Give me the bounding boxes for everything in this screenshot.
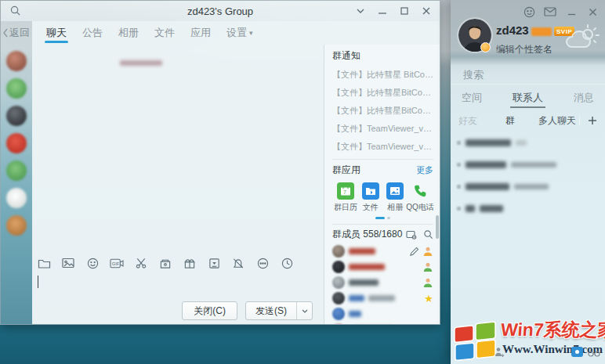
app-files[interactable]: 文件	[359, 182, 382, 213]
tab-qzone[interactable]: 空间	[462, 88, 482, 108]
red-packet-button[interactable]	[158, 256, 172, 270]
tab-messages[interactable]: 消息	[574, 88, 594, 108]
app-qq-call[interactable]: QQ电话	[408, 182, 432, 213]
tab-files[interactable]: 文件	[152, 21, 177, 45]
collapse-mark	[457, 141, 461, 145]
apps-more-link[interactable]: 更多	[416, 164, 433, 176]
member-row[interactable]	[332, 306, 433, 322]
close-button[interactable]	[418, 3, 435, 19]
gift-button[interactable]	[183, 256, 197, 270]
message-input[interactable]	[32, 272, 324, 297]
subtab-groups[interactable]: 群	[505, 114, 515, 128]
members-count: 558/1680	[363, 229, 402, 240]
group-list-item[interactable]	[451, 132, 605, 153]
rollup-button[interactable]	[352, 3, 369, 19]
page-dot	[387, 217, 390, 219]
bell-slash-icon	[232, 258, 245, 269]
group-name-blur	[466, 183, 509, 190]
admin-badge-icon	[422, 261, 433, 272]
text-caret	[38, 276, 38, 288]
signature-edit[interactable]: 编辑个性签名	[496, 43, 552, 56]
member-search-icon[interactable]	[423, 229, 433, 240]
tab-announcement[interactable]: 公告	[80, 21, 105, 45]
more-button[interactable]	[255, 256, 270, 270]
no-disturb-button[interactable]	[231, 256, 245, 270]
send-options-button[interactable]	[296, 302, 312, 319]
back-label: 返回	[9, 26, 30, 40]
close-chat-button[interactable]: 关闭(C)	[182, 301, 237, 320]
close-button[interactable]	[586, 5, 599, 18]
app-calendar[interactable]: 7 群日历	[334, 182, 357, 213]
subtab-multichat[interactable]: 多人聊天	[538, 114, 576, 128]
send-button[interactable]: 发送(S)	[246, 302, 296, 319]
add-button[interactable]	[579, 116, 597, 125]
file-button[interactable]	[37, 256, 51, 270]
message-area	[32, 45, 324, 254]
group-avatar[interactable]	[6, 133, 27, 153]
emoji-button[interactable]	[85, 256, 100, 270]
minimize-button[interactable]	[374, 3, 391, 19]
subtab-friends[interactable]: 好友	[458, 114, 477, 128]
search-input[interactable]	[463, 69, 601, 81]
tab-contacts[interactable]: 联系人	[513, 88, 543, 108]
windows-logo-icon	[452, 319, 498, 362]
mail-button[interactable]	[544, 5, 556, 18]
group-avatar[interactable]	[6, 160, 27, 181]
glasses-icon	[588, 350, 600, 357]
weather-widget[interactable]	[564, 22, 600, 55]
group-list-item[interactable]	[451, 153, 605, 175]
group-avatar[interactable]	[6, 106, 27, 126]
gif-icon: GIF	[110, 258, 124, 268]
vote-icon	[208, 258, 220, 269]
panel-tabs: 空间 联系人 消息	[451, 88, 605, 108]
chevron-left-icon	[2, 28, 9, 38]
screenshot-button[interactable]	[134, 256, 148, 270]
notice-item[interactable]: 【文件】比特彗星 BitComet 设置...	[332, 66, 433, 84]
face-button[interactable]	[523, 5, 535, 18]
tab-settings[interactable]: 设置▾	[224, 21, 255, 45]
tab-album[interactable]: 相册	[116, 21, 141, 45]
group-avatar[interactable]	[6, 51, 27, 71]
group-avatar[interactable]	[6, 78, 27, 99]
member-row[interactable]: ★	[332, 290, 433, 306]
svg-text:7: 7	[343, 189, 346, 195]
notice-item[interactable]: 【文件】比特彗星BitComet设置...	[332, 84, 433, 102]
avatar-badge-icon	[480, 42, 491, 52]
member-row[interactable]	[332, 259, 433, 275]
member-avatar	[332, 261, 345, 273]
smiley-icon	[87, 258, 99, 269]
member-name-blur	[349, 248, 375, 254]
group-count-blur	[511, 162, 556, 168]
image-button[interactable]	[61, 256, 75, 270]
group-list-item[interactable]	[451, 175, 605, 197]
maximize-button[interactable]	[396, 3, 413, 19]
minimize-button[interactable]	[565, 5, 578, 18]
member-list-scrollbar[interactable]	[436, 215, 439, 239]
tab-chat[interactable]: 聊天	[44, 21, 69, 45]
app-album[interactable]: 相册	[383, 182, 407, 213]
weather-cloud-sun-icon	[564, 22, 600, 55]
vote-button[interactable]	[207, 256, 221, 270]
apps-pagination[interactable]	[332, 214, 433, 221]
member-row[interactable]	[332, 322, 433, 324]
member-row[interactable]	[332, 275, 433, 290]
group-list-item[interactable]	[451, 197, 605, 219]
gif-button[interactable]: GIF	[110, 256, 124, 270]
group-avatar[interactable]	[6, 215, 27, 236]
notice-item[interactable]: 【文件】TeamViewer_v12.0.884...	[332, 120, 433, 138]
member-name-blur	[349, 295, 364, 301]
notice-item[interactable]: 【文件】比特彗星BitComet设置...	[332, 102, 433, 120]
back-button[interactable]: 返回	[1, 21, 32, 45]
folder-icon	[362, 182, 379, 200]
collapse-mark	[457, 185, 461, 189]
history-button[interactable]	[280, 256, 294, 270]
member-manage-icon[interactable]	[406, 230, 417, 240]
member-row[interactable]	[332, 243, 433, 259]
watermark-title: Win7系统之家	[500, 318, 605, 342]
apps-title: 群应用	[332, 164, 360, 177]
group-avatar[interactable]	[6, 188, 27, 208]
watermark: Win7系统之家 Www.Winwin7.com	[451, 315, 605, 362]
notice-item[interactable]: 【文件】TeamViewer_v12.0.884...	[332, 138, 433, 156]
group-list	[451, 132, 605, 219]
tab-apps[interactable]: 应用	[188, 21, 213, 45]
